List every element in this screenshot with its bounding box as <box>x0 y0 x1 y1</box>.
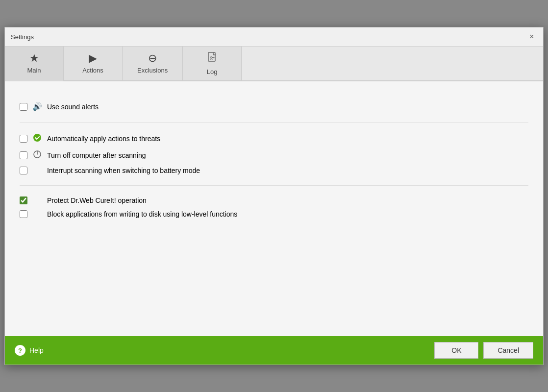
tab-main-label: Main <box>27 67 41 74</box>
tab-actions-label: Actions <box>82 67 103 74</box>
dialog-title: Settings <box>11 33 34 41</box>
help-label: Help <box>29 346 44 354</box>
footer-action-buttons: OK Cancel <box>434 342 533 359</box>
exclusions-icon: ⊖ <box>148 53 157 64</box>
label-protect-drweb: Protect Dr.Web CureIt! operation <box>47 196 147 204</box>
tab-log-label: Log <box>207 68 218 75</box>
cancel-button[interactable]: Cancel <box>483 342 533 359</box>
tab-exclusions[interactable]: ⊖ Exclusions <box>123 47 183 80</box>
main-icon: ★ <box>29 53 39 64</box>
label-auto-actions: Automatically apply actions to threats <box>47 135 160 143</box>
option-interrupt-scan: Interrupt scanning when switching to bat… <box>20 164 528 177</box>
checkbox-auto-actions[interactable] <box>20 135 27 143</box>
option-block-apps: Block applications from writing to disk … <box>20 207 528 221</box>
help-icon: ? <box>15 345 25 356</box>
title-bar: Settings × <box>5 27 543 47</box>
tab-bar: ★ Main ▶ Actions ⊖ Exclusions Log <box>5 47 543 81</box>
option-auto-actions: Automatically apply actions to threats <box>20 130 528 147</box>
tab-log[interactable]: Log <box>183 47 242 80</box>
section-protection: Protect Dr.Web CureIt! operation Block a… <box>20 186 528 229</box>
label-sound-alerts: Use sound alerts <box>47 103 99 111</box>
footer: ? Help OK Cancel <box>5 336 543 365</box>
label-turn-off: Turn off computer after scanning <box>47 151 146 159</box>
section-scanning: Automatically apply actions to threats T… <box>20 122 528 186</box>
svg-point-1 <box>33 134 41 142</box>
checkbox-block-apps[interactable] <box>20 210 27 218</box>
close-button[interactable]: × <box>526 31 537 42</box>
checkbox-turn-off[interactable] <box>20 151 27 159</box>
checkbox-sound-alerts[interactable] <box>20 103 27 111</box>
settings-content: 🔊 Use sound alerts Automatically apply a… <box>5 81 543 336</box>
power-icon <box>32 150 42 161</box>
actions-icon: ▶ <box>89 53 97 64</box>
log-icon <box>206 51 218 65</box>
option-protect-drweb: Protect Dr.Web CureIt! operation <box>20 194 528 207</box>
tab-main[interactable]: ★ Main <box>5 47 64 81</box>
label-block-apps: Block applications from writing to disk … <box>47 210 237 218</box>
option-sound-alerts: 🔊 Use sound alerts <box>20 99 528 114</box>
label-interrupt-scan: Interrupt scanning when switching to bat… <box>47 167 200 174</box>
tab-exclusions-label: Exclusions <box>137 67 168 74</box>
auto-actions-icon <box>32 133 42 144</box>
option-turn-off: Turn off computer after scanning <box>20 147 528 164</box>
section-sound: 🔊 Use sound alerts <box>20 91 528 122</box>
tab-actions[interactable]: ▶ Actions <box>64 47 123 80</box>
checkbox-protect-drweb[interactable] <box>20 196 27 204</box>
help-button[interactable]: ? Help <box>15 345 44 356</box>
checkbox-interrupt-scan[interactable] <box>20 167 27 174</box>
ok-button[interactable]: OK <box>434 342 478 359</box>
settings-dialog: Settings × ★ Main ▶ Actions ⊖ Exclusions <box>4 27 544 365</box>
sound-icon: 🔊 <box>32 102 42 111</box>
